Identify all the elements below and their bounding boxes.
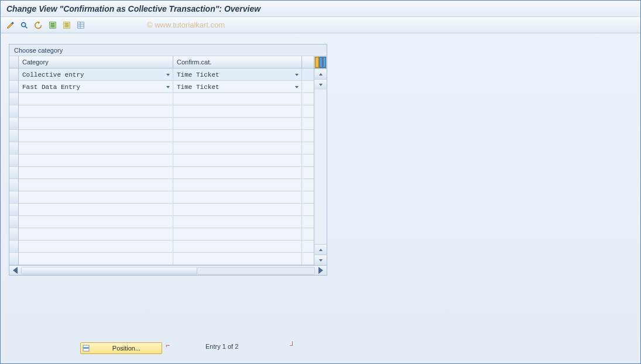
cell-confirm[interactable] [173, 204, 302, 216]
footer-bar: Position... ⌐ Entry 1 of 2 ┘ [1, 341, 640, 355]
scroll-up-button[interactable] [314, 244, 327, 255]
horizontal-scrollbar[interactable] [9, 265, 327, 275]
configure-columns-button[interactable] [314, 56, 327, 68]
row-selector[interactable] [9, 191, 18, 204]
row-selector[interactable] [9, 204, 18, 216]
cell-category[interactable] [19, 105, 173, 118]
table-row-empty [19, 241, 314, 253]
svg-point-0 [22, 22, 26, 26]
cell-category[interactable] [19, 204, 173, 216]
cell-category[interactable] [19, 130, 173, 142]
other-entry-button[interactable] [18, 19, 31, 31]
cell-confirm[interactable] [173, 191, 302, 204]
dropdown-trigger[interactable] [164, 81, 172, 92]
scroll-up-button[interactable] [314, 68, 327, 79]
row-selector[interactable] [9, 253, 18, 265]
cell-value: Collective entry [19, 71, 164, 78]
hscroll-thumb[interactable] [22, 267, 197, 274]
svg-rect-4 [51, 25, 55, 26]
title-bar: Change View "Confirmation as Collective … [1, 1, 640, 17]
svg-rect-8 [65, 25, 69, 26]
table-row-empty [19, 228, 314, 241]
cell-confirm[interactable] [173, 179, 302, 191]
cell-confirm[interactable]: Time Ticket [173, 81, 302, 93]
table-settings-button[interactable] [74, 19, 87, 31]
entry-count-label: Entry 1 of 2 [205, 343, 238, 350]
scroll-down-button[interactable] [314, 79, 327, 90]
table-row-empty [19, 167, 314, 179]
svg-rect-16 [323, 57, 326, 68]
table-row-empty [19, 204, 314, 216]
row-selector[interactable] [9, 81, 18, 93]
scroll-left-button[interactable] [11, 267, 20, 274]
cell-category[interactable] [19, 191, 173, 204]
cell-category[interactable] [19, 93, 173, 105]
row-selector[interactable] [9, 93, 18, 105]
cell-confirm[interactable] [173, 241, 302, 253]
svg-rect-3 [51, 23, 55, 24]
scroll-down-button[interactable] [314, 255, 327, 265]
row-selector[interactable] [9, 118, 18, 130]
cell-confirm[interactable] [173, 93, 302, 105]
cell-category[interactable] [19, 154, 173, 167]
row-selector[interactable] [9, 216, 18, 228]
table-row-empty [19, 130, 314, 142]
svg-rect-9 [65, 26, 69, 27]
dropdown-trigger[interactable] [164, 69, 172, 80]
row-selector[interactable] [9, 167, 18, 179]
row-selector[interactable] [9, 105, 18, 118]
table-row-empty [19, 93, 314, 105]
position-button[interactable]: Position... [80, 342, 162, 354]
cell-category[interactable] [19, 118, 173, 130]
cell-category[interactable] [19, 253, 173, 265]
column-header-confirm[interactable]: Confirm.cat. [173, 56, 302, 68]
cell-category[interactable] [19, 142, 173, 154]
svg-rect-5 [51, 26, 55, 27]
cell-confirm[interactable] [173, 253, 302, 265]
row-selector[interactable] [9, 228, 18, 241]
cell-confirm[interactable] [173, 105, 302, 118]
cell-category[interactable] [19, 228, 173, 241]
table-row-empty [19, 179, 314, 191]
undo-button[interactable] [32, 19, 45, 31]
deselect-all-button[interactable] [60, 19, 73, 31]
cell-confirm[interactable] [173, 154, 302, 167]
dropdown-trigger[interactable] [293, 69, 301, 80]
row-selector[interactable] [9, 142, 18, 154]
page-title: Change View "Confirmation as Collective … [6, 4, 260, 13]
choose-category-group: Choose category Category Con [9, 44, 327, 276]
cell-confirm[interactable]: Time Ticket [173, 68, 302, 81]
select-all-button[interactable] [46, 19, 59, 31]
svg-line-1 [25, 26, 28, 28]
cell-confirm[interactable] [173, 167, 302, 179]
row-selector[interactable] [9, 154, 18, 167]
cell-category[interactable] [19, 179, 173, 191]
category-table: Category Confirm.cat. Collective entry T… [9, 56, 327, 265]
row-selector[interactable] [9, 130, 18, 142]
toggle-change-mode-button[interactable] [4, 19, 17, 31]
cell-category[interactable] [19, 241, 173, 253]
svg-rect-15 [320, 57, 323, 68]
scroll-right-button[interactable] [316, 267, 325, 274]
row-selector[interactable] [9, 68, 18, 81]
bracket-left: ⌐ [166, 341, 170, 349]
cell-confirm[interactable] [173, 142, 302, 154]
cell-confirm[interactable] [173, 228, 302, 241]
cell-category[interactable]: Fast Data Entry [19, 81, 173, 93]
svg-rect-14 [316, 57, 319, 68]
row-selector[interactable] [9, 179, 18, 191]
table-row-empty [19, 118, 314, 130]
cell-confirm[interactable] [173, 130, 302, 142]
cell-category[interactable] [19, 216, 173, 228]
table-row-empty [19, 216, 314, 228]
cell-confirm[interactable] [173, 216, 302, 228]
row-selector[interactable] [9, 241, 18, 253]
cell-confirm[interactable] [173, 118, 302, 130]
table-row: Collective entry Time Ticket [19, 68, 314, 81]
table-row-empty [19, 105, 314, 118]
cell-category[interactable] [19, 167, 173, 179]
column-header-category[interactable]: Category [19, 56, 173, 68]
dropdown-trigger[interactable] [293, 81, 301, 92]
hscroll-track[interactable] [21, 267, 315, 274]
cell-category[interactable]: Collective entry [19, 68, 173, 81]
